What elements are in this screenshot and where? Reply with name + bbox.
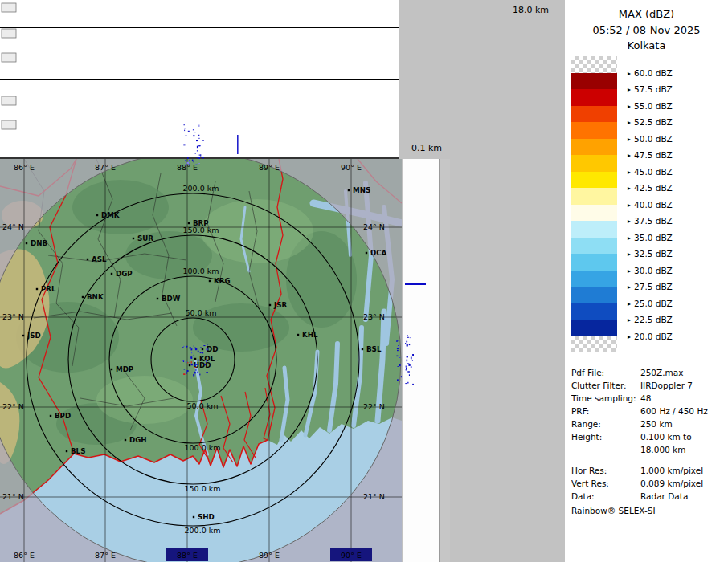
city-dot: [26, 242, 27, 244]
echo-pixel: [190, 362, 190, 363]
echo-pixel: [197, 150, 198, 152]
radar-map: 50.0 km50.0 km100.0 km100.0 km150.0 km15…: [0, 159, 402, 562]
scale-swatch: [571, 205, 617, 222]
city-label: BDW: [162, 295, 181, 303]
echo-pixel: [407, 356, 408, 358]
range-ring-label: 50.0 km: [187, 401, 219, 410]
echo-pixel: [407, 371, 410, 372]
echo-pixel: [190, 356, 192, 359]
dbz-color-scale: ▸60.0 dBZ▸57.5 dBZ▸55.0 dBZ▸52.5 dBZ▸50.…: [571, 56, 726, 363]
scale-label: ▸20.0 dBZ: [628, 331, 673, 343]
echo-pixel: [194, 364, 196, 366]
scale-label-text: 52.5 dBZ: [634, 117, 673, 127]
echo-pixel: [398, 366, 399, 367]
ew-gridline: [0, 27, 399, 28]
echo-pixel: [407, 337, 409, 338]
height-axis-top-label: 18.0 km: [513, 5, 549, 15]
range-ring-label: 100.0 km: [183, 267, 219, 275]
echo-pixel: [199, 155, 200, 156]
scale-swatch: [571, 320, 617, 336]
city-dot: [87, 259, 88, 260]
info-value: 600 Hz / 450 Hz: [640, 405, 708, 417]
info-label: Pdf File:: [571, 366, 640, 379]
city-dot: [50, 415, 51, 417]
echo-pixel: [183, 145, 185, 146]
info-value: 0.089 km/pixel: [640, 477, 703, 490]
city-label: SHD: [198, 513, 215, 521]
scale-swatch: [571, 188, 617, 205]
color-bar: [571, 56, 617, 352]
echo-pixel: [187, 162, 190, 164]
echo-pixel: [194, 372, 196, 374]
scale-label: ▸35.0 dBZ: [628, 232, 673, 244]
info-label: Clutter Filter:: [571, 379, 640, 392]
scale-tick-arrow-icon: ▸: [628, 267, 631, 275]
scale-label: ▸47.5 dBZ: [628, 149, 673, 161]
scale-tick-arrow-icon: ▸: [628, 185, 631, 192]
latitude-label: 21° N: [2, 492, 24, 501]
echo-pixel: [198, 125, 200, 127]
scale-tick-arrow-icon: ▸: [628, 250, 631, 258]
echo-pixel: [396, 356, 398, 357]
echo-pixel: [207, 344, 207, 346]
info-value: 18.000 km: [640, 443, 685, 456]
echo-pixel: [410, 337, 411, 338]
city-label: DNB: [31, 239, 47, 247]
longitude-label: 87° E: [95, 163, 116, 172]
scale-swatch: [571, 271, 617, 287]
echo-pixel: [194, 346, 194, 347]
scale-label: ▸37.5 dBZ: [628, 215, 673, 227]
echo-pixel: [411, 357, 412, 359]
echo-pixel: [191, 364, 193, 365]
scale-swatch: [571, 172, 617, 189]
echo-pixel: [193, 129, 194, 130]
echo-pixel: [198, 351, 199, 352]
echo-pixel: [197, 372, 198, 373]
echo-pixel: [406, 366, 407, 368]
echo-pixel: [183, 373, 185, 375]
axis-tick-box: [2, 120, 16, 129]
city-label: MDP: [116, 365, 134, 373]
scale-label-text: 57.5 dBZ: [634, 84, 673, 94]
scale-tick-arrow-icon: ▸: [628, 136, 631, 143]
echo-pixel: [206, 372, 208, 373]
scale-tick-arrow-icon: ▸: [628, 152, 631, 159]
city-label: JSD: [27, 332, 41, 340]
latitude-label: 22° N: [363, 402, 385, 411]
city-dot: [188, 222, 190, 224]
scale-label: ▸57.5 dBZ: [628, 83, 673, 96]
city-label: BRP: [193, 219, 209, 227]
echo-pixel: [186, 372, 186, 374]
scale-label: ▸50.0 dBZ: [628, 133, 673, 145]
echo-pixel: [407, 363, 410, 364]
scale-label-text: 30.0 dBZ: [634, 266, 673, 275]
city-dot: [269, 304, 271, 306]
echo-pixel: [200, 352, 202, 353]
echo-pixel: [197, 146, 198, 149]
echo-pixel: [412, 360, 413, 361]
echo-pixel: [201, 347, 202, 348]
longitude-label: 88° E: [177, 163, 198, 172]
scale-label-text: 60.0 dBZ: [634, 68, 673, 78]
scale-label-text: 22.5 dBZ: [634, 315, 673, 324]
scale-label-text: 37.5 dBZ: [634, 216, 673, 226]
legend-panel: MAX (dBZ) 05:52 / 08-Nov-2025 Kolkata ▸6…: [565, 0, 728, 562]
latitude-label: 23° N: [2, 312, 24, 321]
info-label: Hor Res:: [571, 464, 640, 477]
scale-tick-arrow-icon: ▸: [628, 316, 631, 324]
echo-pixel: [203, 345, 205, 346]
echo-pixel: [198, 360, 199, 361]
info-label: Data:: [571, 490, 640, 503]
echo-pixel: [195, 367, 197, 368]
terrain-patch: [96, 376, 193, 424]
echo-pixel: [184, 124, 185, 125]
info-row: PRF:600 Hz / 450 Hz: [571, 405, 728, 417]
scale-swatch: [571, 56, 617, 73]
city-label: BLS: [71, 447, 85, 455]
echo-pixel: [189, 164, 190, 165]
info-label: Vert Res:: [571, 477, 640, 490]
echo-pixel: [205, 364, 207, 365]
range-ring-label: 100.0 km: [185, 443, 221, 452]
echo-pixel: [407, 344, 408, 347]
range-ring-label: 150.0 km: [185, 484, 221, 493]
